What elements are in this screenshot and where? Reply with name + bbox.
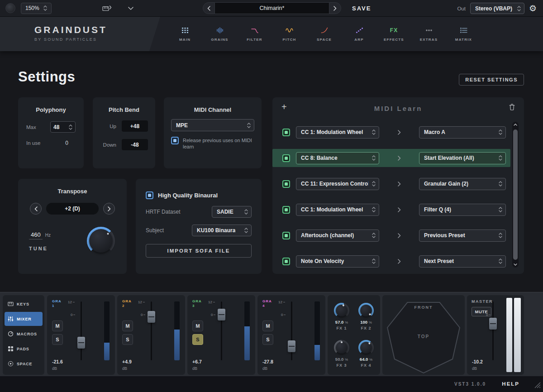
mapping-enabled-checkbox[interactable] — [282, 129, 290, 136]
hq-binaural-checkbox[interactable] — [146, 191, 153, 199]
tab-pitch[interactable]: PITCH — [272, 27, 307, 42]
midi-target-select[interactable]: Granular Gain (2) — [419, 178, 506, 190]
hrtf-dataset-select[interactable]: SADIE — [212, 206, 252, 218]
volume-fader[interactable] — [291, 301, 292, 360]
midi-target-select[interactable]: Next Preset — [419, 255, 506, 268]
tab-main[interactable]: MAIN — [167, 27, 202, 42]
sidebar-item-macros[interactable]: MACROS — [5, 327, 43, 341]
scrollbar-thumb[interactable] — [513, 129, 518, 260]
transpose-value[interactable]: +2 (D) — [46, 203, 99, 215]
fx-label: FX 1 — [336, 326, 347, 330]
sound-particles-logo[interactable] — [5, 3, 15, 13]
settings-gear-icon[interactable]: ⚙ — [529, 4, 537, 13]
mute-button[interactable]: M — [262, 320, 273, 331]
scroll-up-icon[interactable] — [512, 124, 519, 126]
previous-preset-button[interactable] — [203, 2, 215, 14]
fx-unit: % — [369, 358, 372, 362]
max-voices-stepper[interactable]: 48 — [50, 121, 76, 133]
tune-value[interactable]: 460 — [29, 231, 43, 239]
help-button[interactable]: HELP — [502, 381, 519, 387]
fader-handle[interactable] — [218, 309, 225, 320]
midi-target-value: Previous Preset — [424, 232, 465, 239]
midi-target-select[interactable]: Macro A — [419, 126, 506, 139]
fx-label: FX 3 — [336, 363, 347, 368]
subject-select[interactable]: KU100 Binaura — [192, 225, 252, 236]
plugin-header: GRAINDUST BY SOUND PARTICLES MAIN GRAINS — [0, 17, 543, 51]
mute-button[interactable]: M — [52, 320, 63, 331]
volume-fader[interactable] — [81, 301, 82, 360]
midi-keyboard-icon[interactable] — [102, 5, 112, 11]
release-previous-checkbox[interactable] — [171, 137, 179, 144]
solo-button[interactable]: S — [122, 334, 133, 345]
master-fader[interactable] — [492, 301, 494, 360]
tab-matrix[interactable]: MATRIX — [446, 27, 481, 42]
tab-extras[interactable]: EXTRAS — [411, 27, 446, 42]
tab-arp[interactable]: ARP — [342, 27, 376, 42]
max-label: Max — [26, 124, 36, 130]
meter-fill — [244, 326, 250, 360]
midi-learn-scrollbar[interactable] — [512, 122, 519, 268]
transpose-down-button[interactable] — [30, 203, 42, 215]
midi-channel-select[interactable]: MPE — [171, 119, 254, 131]
zoom-select[interactable]: 150% — [21, 3, 52, 14]
midi-target-select[interactable]: Filter Q (4) — [419, 204, 506, 216]
mapping-enabled-checkbox[interactable] — [282, 180, 290, 188]
mute-button[interactable]: M — [192, 320, 203, 331]
sidebar-item-space[interactable]: SPACE — [5, 357, 43, 371]
sidebar-item-keys[interactable]: KEYS — [5, 297, 43, 311]
fader-handle[interactable] — [288, 340, 295, 352]
mapping-enabled-checkbox[interactable] — [282, 258, 290, 265]
mapping-enabled-checkbox[interactable] — [282, 232, 290, 239]
fx3-knob[interactable] — [334, 340, 349, 355]
volume-fader[interactable] — [221, 301, 222, 360]
reset-settings-button[interactable]: RESET SETTINGS — [459, 74, 524, 86]
midi-target-select[interactable]: Start Elevation (All) — [419, 152, 506, 164]
scroll-down-icon[interactable] — [512, 263, 519, 266]
midi-target-select[interactable]: Previous Preset — [419, 229, 506, 242]
midi-source-select[interactable]: Aftertouch (channel) — [296, 229, 379, 242]
fx2-knob[interactable] — [358, 303, 374, 318]
fader-handle[interactable] — [148, 311, 155, 323]
volume-fader[interactable] — [151, 301, 152, 360]
resize-handle-icon[interactable] — [534, 382, 541, 390]
mapping-enabled-checkbox[interactable] — [282, 154, 290, 162]
solo-button[interactable]: S — [262, 334, 273, 345]
bend-down-label: Down — [103, 142, 116, 148]
solo-button[interactable]: S — [52, 334, 63, 345]
midi-source-select[interactable]: CC 11: Expression Control — [296, 178, 379, 190]
midi-source-select[interactable]: CC 1: Modulation Wheel — [296, 204, 379, 216]
tab-effects[interactable]: FX EFFECTS — [376, 27, 411, 42]
midi-source-select[interactable]: Note On Velocity — [296, 255, 379, 268]
tune-knob[interactable] — [87, 227, 115, 255]
sidebar-item-mixer[interactable]: MIXER — [5, 312, 43, 326]
delete-mapping-button[interactable] — [509, 104, 515, 110]
midi-source-select[interactable]: CC 8: Balance — [296, 152, 379, 164]
save-button[interactable]: SAVE — [352, 5, 371, 12]
tab-space[interactable]: SPACE — [307, 27, 342, 42]
solo-button[interactable]: S — [192, 334, 203, 345]
midi-source-select[interactable]: CC 1: Modulation Wheel — [296, 126, 379, 139]
fx4-knob[interactable] — [358, 340, 374, 355]
fx-label: FX 4 — [361, 363, 371, 368]
add-mapping-button[interactable]: + — [281, 102, 287, 111]
mapping-enabled-checkbox[interactable] — [282, 206, 290, 214]
sidebar-item-pads[interactable]: PADS — [5, 342, 43, 356]
transpose-up-button[interactable] — [103, 203, 115, 215]
hq-binaural-row: High Quality Binaural — [146, 191, 252, 199]
scale-label: 0 — [486, 313, 491, 317]
mute-button[interactable]: M — [122, 320, 133, 331]
fader-handle[interactable] — [489, 318, 497, 330]
output-device-select[interactable]: Stereo (VBAP) — [470, 3, 524, 14]
next-preset-button[interactable] — [329, 2, 341, 14]
preset-name[interactable]: Chimarin* — [215, 2, 329, 14]
chevron-down-icon[interactable] — [128, 7, 133, 10]
import-sofa-button[interactable]: IMPORT SOFA FILE — [146, 244, 252, 258]
fader-handle[interactable] — [77, 337, 85, 349]
tab-grains[interactable]: GRAINS — [202, 27, 237, 42]
max-voices-row: Max 48 — [18, 121, 84, 133]
fx1-knob[interactable] — [334, 303, 349, 318]
bend-up-value[interactable]: +48 — [122, 120, 148, 132]
tab-filter[interactable]: FILTER — [237, 27, 272, 42]
bend-down-value[interactable]: -48 — [122, 139, 148, 150]
space-visualizer[interactable]: FRONT TOP — [382, 295, 465, 375]
